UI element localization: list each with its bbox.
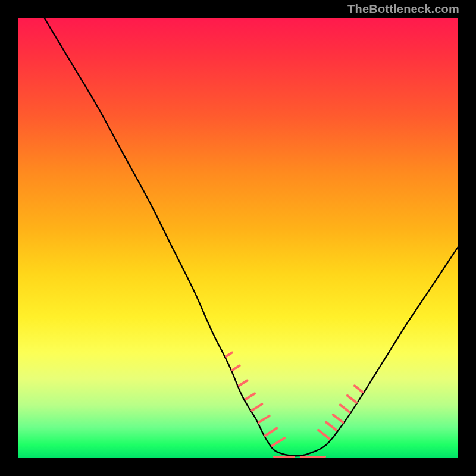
plot-area [18,18,458,458]
bottleneck-curve [44,18,458,456]
watermark-text: TheBottleneck.com [347,2,459,16]
curve-svg [18,18,458,458]
bottom-ridge [300,456,326,458]
chart-container: TheBottleneck.com [0,0,476,476]
bottom-ridge [273,456,295,458]
